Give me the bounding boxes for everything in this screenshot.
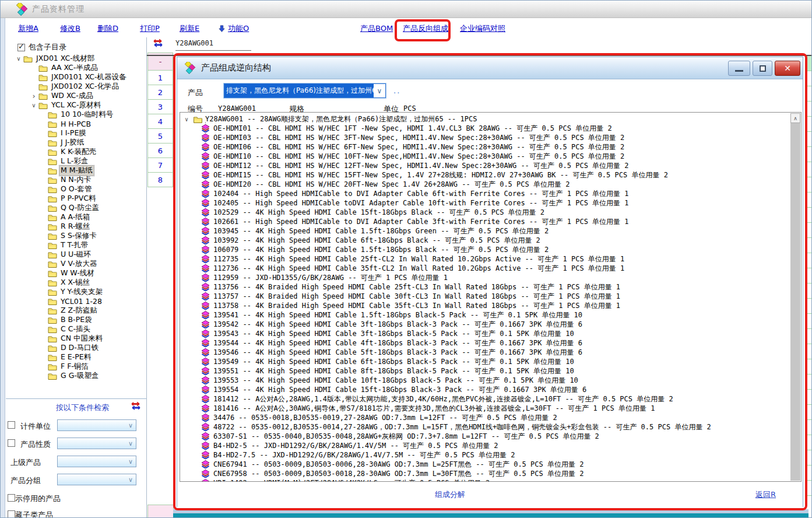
bom-item-row[interactable]: 139544 -- 4K High Speed HDMI Cable 4ft-1… [180,338,790,348]
page-cell[interactable]: 8 [147,172,173,187]
bom-item-row[interactable]: 113757 -- 4K Braided High Speed HDMI Cab… [180,292,790,301]
scroll-up-button[interactable]: ∧ [790,113,800,123]
edit-button[interactable]: 修改B [60,23,80,34]
refresh-button[interactable]: 刷新E [180,23,199,34]
bom-item-row[interactable]: 103945 -- 4K High Speed HDMI Cable 1.5ft… [180,226,790,236]
tree-item[interactable]: CN 中国来料 [7,334,146,343]
product-reverse-composition-button[interactable]: 产品反向组成 [403,23,448,34]
bom-item-row[interactable]: 112735 -- 4K High Speed HDMI Cable 25ft-… [180,254,790,264]
minimize-button[interactable] [728,61,750,76]
expander-icon[interactable] [29,102,38,108]
bom-item-row[interactable]: B4-HD2-5 -- JXD-HD1292/G/BK/28AWG/1.4V/5… [180,441,790,450]
print-button[interactable]: 打印P [140,23,160,34]
tree-item[interactable]: JXD0101 XC-机器设备 [7,72,146,82]
bom-item-row[interactable]: 102529 -- 4K High Speed HDMI Cable 15ft-… [180,208,790,217]
bom-item-row[interactable]: OE-HDMI10 -- CBL HDMI HS W/HEC 10FT-New … [180,152,790,161]
swap-arrows-icon[interactable] [152,39,164,47]
bom-item-row[interactable]: 48722 -- 0535-0012,BJ0535-0014,27-28AWG，… [180,422,790,432]
bom-item-row[interactable]: 112959 -- JXD-HD1355/G/BK/28AWG -- 可生产 1… [180,273,790,282]
page-cell[interactable]: 3 [147,99,173,114]
page-cell[interactable]: 7 [147,158,173,173]
tree-item[interactable]: O O-套管 [7,184,146,194]
bom-item-row[interactable]: OE-HDMI06 -- CBL HDMI HS W/HEC 6FT-New S… [180,142,790,152]
tree-item[interactable]: 10 10-临时料号 [7,110,146,119]
bom-item-row[interactable]: 113758 -- 4K Braided High Speed HDMI Cab… [180,301,790,310]
bom-item-row[interactable]: 139543 -- 4K High Speed HDMI Cable 3ft-1… [180,329,790,338]
tree-item[interactable]: JXD0102 XC-化学品 [7,82,146,91]
unit-filter-select[interactable]: ∨ [57,419,136,431]
tree-item[interactable]: V V-放大器 [7,259,146,268]
bom-item-row[interactable]: 103992 -- 4K High Speed HDMI Cable 6ft-1… [180,236,790,245]
bom-item-row[interactable]: 106079 -- 4K High Speed HDMI Cable 1.5ft… [180,245,790,254]
product-group-select[interactable]: ∨ [57,474,136,485]
nature-filter-checkbox[interactable] [8,439,15,447]
expander-icon[interactable] [29,92,38,100]
tree-item[interactable]: JXD01 XC-线材部 [7,54,146,63]
nature-filter-select[interactable]: ∨ [57,438,136,449]
tree-item[interactable]: A A-纸箱 [7,212,146,222]
expander-icon[interactable] [14,55,23,62]
bom-item-row[interactable]: 102405 -- High Speed HDMICable toDVI Ada… [180,198,790,208]
bom-item-row[interactable]: 102661 -- High Speed HDMICable to DVI Ad… [180,217,790,226]
enterprise-code-map-button[interactable]: 企业编码对照 [460,23,505,34]
tree-item[interactable]: YCL01 1-28 [7,296,146,306]
tree-item[interactable]: Z Z-防盗贴 [7,306,146,315]
tree-item[interactable]: F F-铜箔 [7,362,146,371]
page-cell[interactable]: 6 [147,143,173,158]
bom-item-row[interactable]: 139554 -- 4K High Speed HDMI Cable 15ft-… [180,385,790,394]
tree-item[interactable]: WD XC-成品 [7,91,146,100]
tree-item[interactable]: L L-彩盒 [7,156,146,166]
tree-item[interactable]: W W-线材 [7,268,146,278]
bom-item-row[interactable]: B4-HD2-7.5 -- JXD-HD1292/G/BK/28AWG/1.4V… [180,450,790,460]
tree-item[interactable]: N N-内卡 [7,175,146,184]
chevron-down-icon[interactable]: ∨ [374,84,385,97]
functions-menu-button[interactable]: 功能O [219,23,249,34]
tree-item[interactable]: G G-吸塑盒 [7,371,146,380]
tree-item[interactable]: AA XC-半成品 [7,63,146,72]
bom-root-row[interactable]: ∨ Y28AWG001 -- 28AWG顺排支架，黑色尼龙料（Pa66)注塑成型… [180,114,790,124]
bom-item-row[interactable]: OE-HDMI03 -- CBL HDMI HS W/HEC 3FT-New S… [180,133,790,142]
bom-item-row[interactable]: 63307-S1 -- 0535-0040,BJ0535-0048,28AWG+… [180,432,790,441]
tree-item[interactable]: J J-胶纸 [7,138,146,147]
bom-item-row[interactable]: 139541 -- 4K High Speed HDMI Cable 1.5ft… [180,310,790,320]
bom-item-row[interactable]: 181416 -- A公对A公,30AWG,铜导体,带S7/8181芯片,需要支… [180,404,790,413]
tree-item[interactable]: S S-保修卡 [7,231,146,240]
tree-item[interactable]: D D-马口铁 [7,343,146,352]
bom-item-row[interactable]: OE-HDMI15 -- CBL HDMI HS W/HEC 15FT-New … [180,170,790,180]
bom-item-row[interactable]: 139551 -- 4K High Speed HDMI Cable 8ft-1… [180,366,790,376]
bom-item-row[interactable]: CNE67941 -- 0503-0009,BJ0503-0006,28-30A… [180,460,790,469]
hide-subclass-checkbox[interactable] [8,510,15,518]
decompose-link[interactable]: 组成分解 [421,489,479,500]
tree-item[interactable]: E E-PE料 [7,352,146,362]
bom-item-row[interactable]: OE-HDMI12 -- CBL HDMI HS W/HEC 12FT-New … [180,161,790,170]
tree-item[interactable]: M M-贴纸 [7,166,146,175]
page-cell[interactable]: 5 [147,128,173,144]
tree-item[interactable]: B B-PE袋 [7,315,146,324]
bom-item-row[interactable]: 139553 -- 4K High Speed HDMI Cable 10ft-… [180,376,790,385]
bom-item-row[interactable]: 112736 -- 4K High Speed HDMI Cable 35ft-… [180,264,790,273]
unit-filter-checkbox[interactable] [8,421,15,429]
bom-item-row[interactable]: CNE67958 -- 0503-0009,BJ0503-0018,28-30A… [180,469,790,478]
close-button[interactable]: ✕ [775,61,800,76]
current-product-code-field[interactable]: Y28AWG001 [175,39,251,51]
tree-item[interactable]: X X-锡丝 [7,278,146,287]
bom-item-row[interactable]: 139542 -- 4K High Speed HDMI Cable 3ft-1… [180,320,790,329]
bom-item-row[interactable]: 139546 -- 4K High Speed HDMI Cable 5ft-1… [180,348,790,357]
maximize-button[interactable] [753,61,772,76]
include-subdirs-checkbox[interactable] [17,44,25,51]
bom-item-row[interactable]: 181412 -- A公对A公,28AWG,1.4版本,带以太网功能,支持3D,… [180,394,790,404]
tree-item[interactable]: P P-PVC料 [7,194,146,203]
parent-product-select[interactable]: ∨ [57,456,136,467]
page-cell[interactable]: 4 [147,114,173,129]
tree-item[interactable]: R R-螺丝 [7,222,146,231]
tree-item[interactable]: U U-磁环 [7,250,146,259]
delete-button[interactable]: 删除D [97,23,118,34]
bom-item-row[interactable]: 34476 -- 0535-0018,BJ0535-0019,27-28AWG … [180,413,790,422]
expander-icon[interactable]: ∨ [185,116,193,123]
bom-item-row[interactable]: 113756 -- 4K Braided High Speed HDMI Cab… [180,282,790,292]
tree-item[interactable]: C C-插头 [7,324,146,334]
tree-item[interactable]: K K-装配壳 [7,147,146,156]
show-disabled-checkbox[interactable] [8,494,15,502]
bom-item-row[interactable]: 102404 -- High Speed HDMICable to DVI Ad… [180,189,790,198]
swap-arrows-icon[interactable] [130,402,142,410]
